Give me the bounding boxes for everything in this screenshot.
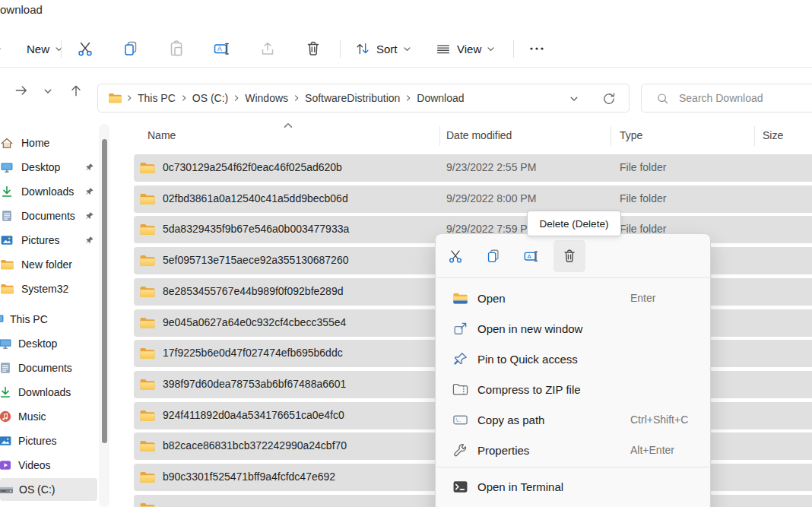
cut-icon [76,40,94,58]
sidebar-item-this-pc[interactable]: This PC [0,308,97,331]
sidebar-item-os-c[interactable]: OS (C:) [0,478,97,501]
column-divider[interactable] [439,126,440,146]
column-header-type[interactable]: Type [620,129,642,141]
pin-icon [85,236,94,245]
breadcrumb-download[interactable]: Download [415,92,465,104]
forward-icon [14,83,29,98]
paste-button[interactable] [167,30,186,67]
folder-icon [139,192,156,206]
up-icon [68,83,84,98]
downloads-icon [0,385,12,399]
breadcrumb-this-pc[interactable]: This PC [136,92,177,104]
sidebar-item-pc-videos[interactable]: Videos [0,454,97,477]
sidebar-item-new-folder[interactable]: New folder [0,253,97,276]
sidebar-item-home[interactable]: Home [0,132,97,154]
computer-icon [0,312,5,326]
view-button[interactable]: View [435,30,495,67]
breadcrumb-os-c[interactable]: OS (C:) [191,92,230,104]
new-button[interactable]: New [0,30,63,67]
documents-icon [0,361,12,375]
command-toolbar: New Sort View [0,30,812,68]
copy-button[interactable] [122,30,140,67]
music-icon [0,410,12,423]
sort-button[interactable]: Sort [354,30,411,67]
folder-icon [0,283,14,295]
sidebar-item-desktop[interactable]: Desktop [0,156,97,179]
context-menu-item-pin-to-quick-access[interactable]: Pin to Quick access [439,344,707,374]
context-cut-button[interactable] [439,240,471,272]
sidebar-item-pictures[interactable]: Pictures [0,229,97,252]
plus-icon [0,42,3,55]
up-button[interactable] [68,83,84,98]
breadcrumb-windows[interactable]: Windows [243,92,290,104]
sidebar-scrollbar-thumb[interactable] [102,139,107,443]
address-dropdown-button[interactable] [569,94,579,103]
context-menu-item-copy-as-path[interactable]: Copy as path Ctrl+Shift+C [439,404,707,435]
breadcrumb-chevron-icon[interactable] [180,94,188,102]
folder-icon [0,258,14,271]
recent-locations-button[interactable] [43,87,52,96]
breadcrumb-chevron-icon[interactable] [293,94,300,102]
context-copy-button[interactable] [477,240,509,272]
breadcrumb-chevron-icon[interactable] [233,94,240,102]
folder-icon [139,439,156,453]
search-input[interactable] [677,91,795,105]
sidebar-item-pc-desktop[interactable]: Desktop [0,332,97,355]
address-row: This PC OS (C:) Windows SoftwareDistribu… [0,68,812,122]
context-rename-button[interactable] [515,240,547,272]
delete-button[interactable] [304,30,322,67]
delete-tooltip: Delete (Delete) [527,211,621,236]
folder-icon [108,92,122,104]
search-box[interactable] [641,84,812,112]
table-row[interactable]: 02fbd3861a0a12540c41a5dd9becb06d 9/29/20… [134,185,812,213]
sort-ascending-icon [283,120,293,131]
downloads-icon [0,185,14,198]
context-menu-item-compress-to-zip[interactable]: Compress to ZIP file [439,374,707,404]
view-icon [435,40,452,57]
sidebar-item-system32[interactable]: System32 [0,277,97,300]
chevron-down-icon [403,45,411,53]
more-options-button[interactable] [528,30,546,67]
context-delete-button[interactable] [553,240,585,272]
share-icon [259,40,277,58]
sidebar-item-pc-pictures[interactable]: Pictures [0,429,97,452]
breadcrumb-chevron-icon[interactable] [125,94,133,102]
column-divider[interactable] [754,126,755,146]
share-button[interactable] [259,30,277,67]
zip-folder-icon [452,382,468,398]
drive-icon [0,483,14,496]
context-menu: Open Enter Open in new window Pin to Qui… [435,233,711,507]
column-header-name[interactable]: Name [147,129,176,141]
more-options-icon [528,40,546,58]
context-menu-item-properties[interactable]: Properties Alt+Enter [439,435,707,465]
column-header-size[interactable]: Size [763,129,783,141]
context-menu-item-open-in-terminal[interactable]: Open in Terminal [439,471,707,502]
address-bar[interactable]: This PC OS (C:) Windows SoftwareDistribu… [97,84,630,112]
breadcrumb-chevron-icon[interactable] [404,94,412,102]
context-menu-item-open-in-new-window[interactable]: Open in new window [439,313,707,344]
breadcrumb-softwaredistribution[interactable]: SoftwareDistribution [303,92,401,104]
sidebar-item-pc-downloads[interactable]: Downloads [0,381,97,404]
sort-button-label: Sort [376,43,398,55]
sidebar-item-downloads[interactable]: Downloads [0,180,97,203]
copy-path-icon [452,412,468,428]
pictures-icon [0,233,14,247]
new-button-label: New [27,43,49,55]
chevron-down-icon [55,45,63,53]
desktop-icon [0,337,12,350]
sidebar-item-pc-documents[interactable]: Documents [0,356,97,379]
view-button-label: View [457,43,481,55]
table-row[interactable]: 0c730129a254f62f0eac46f025ad620b 9/23/20… [134,154,812,182]
search-icon [656,92,669,105]
context-menu-item-open[interactable]: Open Enter [439,283,707,313]
folder-icon [139,254,156,268]
column-divider[interactable] [611,126,611,146]
refresh-button[interactable] [601,91,617,106]
folder-icon [139,285,156,299]
sidebar-item-documents[interactable]: Documents [0,204,97,227]
forward-button[interactable] [14,83,29,98]
column-header-date-modified[interactable]: Date modified [446,129,512,141]
sidebar-item-pc-music[interactable]: Music [0,405,97,428]
rename-button[interactable] [213,30,231,67]
cut-button[interactable] [76,30,94,67]
